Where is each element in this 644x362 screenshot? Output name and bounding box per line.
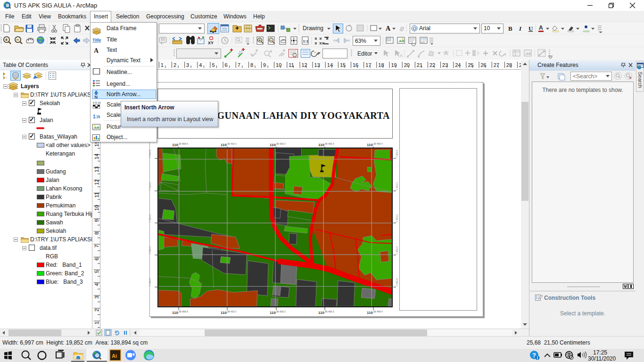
svg-text:Ai: Ai	[112, 353, 117, 359]
